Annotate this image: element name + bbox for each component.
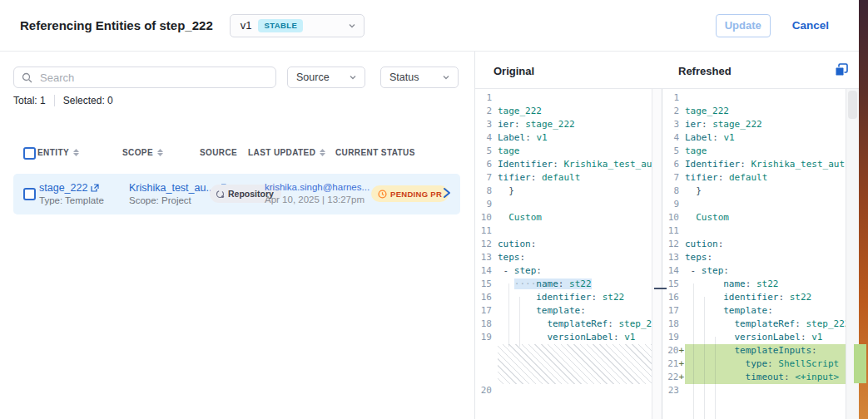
chevron-down-icon <box>442 73 450 81</box>
entity-cell: stage_222 Type: Template <box>39 182 104 205</box>
indent-guide <box>693 283 694 419</box>
indent-guide <box>519 297 520 347</box>
copy-icon[interactable] <box>835 63 848 76</box>
diff-line: 18templateRef: step_222 <box>662 318 846 331</box>
status-badge: PENDING PR <box>371 185 449 202</box>
table-header: ENTITY SCOPE SOURCE LAST UPDATED CURRENT <box>0 143 474 165</box>
clock-icon <box>378 190 387 199</box>
diff-line: 3ier: stage_222 <box>662 118 846 131</box>
indent-guide <box>704 297 705 419</box>
diff-line: 12cution: <box>475 238 652 251</box>
diff-panel: Original Refreshed 12tage_2223ier: stage… <box>475 52 859 419</box>
overview-ruler-added-mark <box>854 344 866 383</box>
scrollbar-track[interactable] <box>652 89 662 419</box>
status-filter-label: Status <box>389 71 419 83</box>
diff-line: 10Custom <box>662 211 846 224</box>
divider <box>54 95 55 106</box>
sort-icon[interactable] <box>73 149 79 156</box>
diff-line: 6Identifier: Krishika_test_aut <box>662 158 846 171</box>
diff-line: 18templateRef: step_222 <box>475 318 652 331</box>
diff-line: 11 <box>662 224 846 238</box>
updated-by: krishika.singh@harnes... <box>265 182 370 192</box>
column-last-updated: LAST UPDATED <box>248 148 325 157</box>
search-icon <box>22 72 32 83</box>
external-link-icon <box>91 184 99 192</box>
diff-line: 12cution: <box>662 238 846 251</box>
chevron-down-icon <box>349 73 357 81</box>
diff-line: 7tifier: default <box>662 171 846 185</box>
entity-type: Type: Template <box>39 195 104 205</box>
chevron-right-icon[interactable] <box>442 187 452 202</box>
cancel-button[interactable]: Cancel <box>787 18 834 32</box>
diff-line: 7tifier: default <box>475 171 652 185</box>
row-checkbox[interactable] <box>23 188 36 200</box>
diff-pane-refreshed[interactable]: 12tage_2223ier: stage_2224Label: v15tage… <box>662 89 859 419</box>
diff-pane-original[interactable]: 12tage_2223ier: stage_2224Label: v15tage… <box>475 89 662 419</box>
scrollbar-thumb[interactable] <box>848 91 857 119</box>
diff-line: 8} <box>662 185 846 198</box>
diff-line: 19versionLabel: v1 <box>475 331 652 344</box>
diff-line: 14- step: <box>475 264 652 278</box>
original-pane-title: Original <box>494 65 534 77</box>
chevron-down-icon <box>348 22 356 30</box>
diff-line: 3ier: stage_222 <box>475 118 652 131</box>
source-filter-select[interactable]: Source <box>287 67 365 88</box>
modal-header: Referencing Entities of step_222 v1 STAB… <box>0 0 859 52</box>
repository-icon <box>216 190 225 199</box>
refreshed-pane-title: Refreshed <box>678 65 732 77</box>
diff-line: 15····name: st22 <box>475 278 652 291</box>
diff-line: 11 <box>475 224 652 238</box>
diff-line: 1 <box>662 91 846 105</box>
version-select[interactable]: v1 STABLE <box>230 14 365 37</box>
diff-line: 16identifier: st22 <box>662 291 846 304</box>
page-title: Referencing Entities of step_222 <box>20 18 213 32</box>
search-input-wrapper <box>13 67 276 88</box>
table-row[interactable]: stage_222 Type: Template Krishika_test_a… <box>13 174 460 214</box>
column-current-status: CURRENT STATUS <box>335 148 415 157</box>
indent-guide <box>508 283 509 347</box>
diff-line: 8} <box>475 185 652 198</box>
diff-line: 1 <box>475 91 652 105</box>
diff-lines-original: 12tage_2223ier: stage_2224Label: v15tage… <box>475 91 652 397</box>
diff-line: 5tage <box>475 145 652 158</box>
diff-line: 6Identifier: Krishika_test_aut <box>475 158 652 171</box>
diff-line: 20+templateInputs: <box>662 344 846 357</box>
diff-line: 17template: <box>662 304 846 318</box>
diff-line: 22+timeout: <+input> <box>662 371 846 384</box>
diff-line: 2tage_222 <box>475 105 652 118</box>
sort-icon[interactable] <box>157 149 163 156</box>
diff-line: 17template: <box>475 304 652 318</box>
diff-line: 4Label: v1 <box>475 131 652 145</box>
sort-icon[interactable] <box>320 149 325 156</box>
selected-count: Selected: 0 <box>63 95 113 106</box>
column-scope: SCOPE <box>122 148 163 157</box>
diff-line: 13teps: <box>662 251 846 264</box>
column-source: SOURCE <box>200 148 237 157</box>
last-updated-cell: krishika.singh@harnes... Apr 10, 2025 | … <box>265 182 370 205</box>
diff-line: 21+type: ShellScript <box>662 357 846 371</box>
diff-change-connector <box>654 288 667 289</box>
diff-line: 15name: st22 <box>662 278 846 291</box>
diff-line: 23 <box>662 384 846 397</box>
version-value: v1 <box>241 19 252 32</box>
indent-guide <box>715 337 716 419</box>
select-all-checkbox[interactable] <box>23 147 36 160</box>
diff-line: 14- step: <box>662 264 846 278</box>
diff-line: 9 <box>475 198 652 211</box>
status-badge-label: PENDING PR <box>390 190 442 199</box>
version-stable-badge: STABLE <box>258 19 303 32</box>
search-input[interactable] <box>38 71 275 85</box>
source-filter-label: Source <box>296 71 330 83</box>
update-button[interactable]: Update <box>716 14 771 37</box>
status-filter-select[interactable]: Status <box>380 67 459 88</box>
total-count: Total: 1 <box>13 95 46 106</box>
entity-link[interactable]: stage_222 <box>39 182 104 194</box>
column-entity: ENTITY <box>37 148 79 157</box>
updated-at: Apr 10, 2025 | 13:27pm <box>265 195 370 205</box>
diff-line: 10Custom <box>475 211 652 224</box>
referencing-entities-modal: Referencing Entities of step_222 v1 STAB… <box>0 0 859 419</box>
diff-line: 20 <box>475 384 652 397</box>
diff-line: 19versionLabel: v1 <box>662 331 846 344</box>
diff-header: Original Refreshed <box>475 52 859 89</box>
diff-line: 13teps: <box>475 251 652 264</box>
